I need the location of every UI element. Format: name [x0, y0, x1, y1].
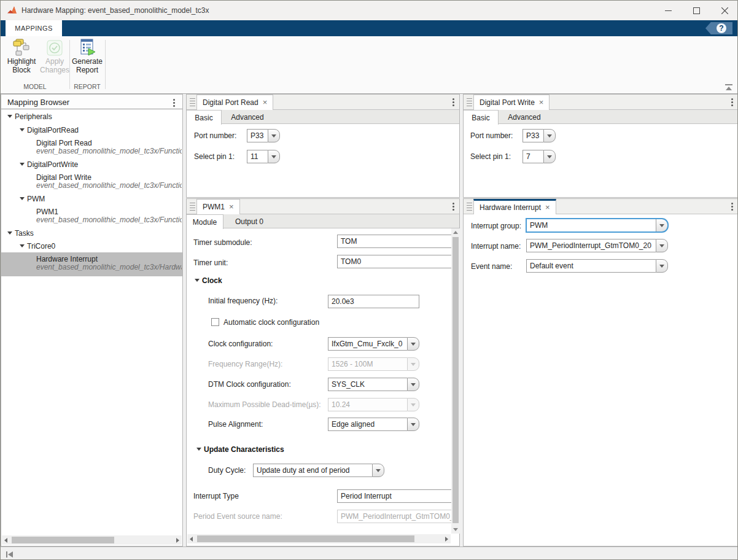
scroll-left-icon[interactable] [190, 537, 193, 542]
port-number-dropdown[interactable]: P33 [247, 129, 280, 142]
duty-cycle-dropdown[interactable]: Update duty at end of period [253, 464, 384, 477]
collapse-arrow-icon[interactable] [20, 163, 25, 166]
dropdown-button[interactable] [656, 259, 668, 273]
close-tab-icon[interactable]: × [539, 99, 544, 106]
port-number-dropdown[interactable]: P33 [522, 129, 556, 142]
panel-menu-icon[interactable] [453, 203, 454, 204]
chevron-down-icon [659, 244, 664, 247]
tab-pwm1[interactable]: PWM1 × [196, 199, 240, 214]
pwm1-horizontal-scrollbar[interactable] [187, 534, 451, 543]
browser-horizontal-scrollbar[interactable] [2, 535, 182, 545]
chevron-down-icon [411, 423, 416, 426]
dropdown-button[interactable] [268, 150, 280, 163]
group-label-model: MODEL [1, 83, 69, 90]
panel-menu-icon[interactable] [453, 98, 454, 100]
collapse-arrow-icon[interactable] [20, 244, 25, 247]
scrollbar-thumb[interactable] [197, 535, 414, 542]
tab-digital-port-write[interactable]: Digital Port Write × [473, 95, 550, 110]
dropdown-button[interactable] [407, 337, 419, 351]
tab-basic[interactable]: Basic [187, 110, 222, 125]
collapse-arrow-icon[interactable] [7, 231, 12, 235]
scroll-left-icon[interactable] [4, 538, 7, 543]
tree-item-digital-port-write[interactable]: Digital Port Write event_based_monolithi… [1, 173, 182, 191]
clock-section-header[interactable]: Clock [202, 276, 222, 285]
auto-clock-checkbox[interactable] [211, 318, 219, 326]
collapse-arrow-icon[interactable] [195, 279, 200, 282]
select-pin-dropdown[interactable]: 7 [522, 150, 556, 163]
dropdown-button[interactable] [656, 239, 668, 252]
hardware-mapping-window: { "window": { "title": "Hardware Mapping… [0, 0, 738, 560]
collapse-toolstrip-button[interactable] [723, 82, 735, 92]
panel-drag-handle-icon[interactable] [190, 203, 195, 211]
interrupt-group-dropdown[interactable]: PWM [526, 219, 668, 232]
tab-mappings[interactable]: MAPPINGS [6, 20, 62, 36]
dropdown-button[interactable] [543, 129, 556, 142]
scroll-right-icon[interactable] [176, 538, 179, 543]
close-tab-icon[interactable]: × [229, 203, 234, 211]
pulse-alignment-dropdown[interactable]: Edge aligned [328, 418, 419, 431]
event-name-dropdown[interactable]: Default event [526, 259, 668, 273]
tab-advanced[interactable]: Advanced [222, 110, 273, 124]
collapse-arrow-icon[interactable] [196, 448, 201, 451]
chevron-down-icon [271, 155, 276, 158]
initial-frequency-input[interactable]: 20.0e3 [328, 295, 419, 308]
tree-item-pwm1[interactable]: PWM1 event_based_monolithic_model_tc3x/F… [1, 208, 182, 225]
scroll-up-icon[interactable] [453, 231, 458, 234]
apply-changes-button[interactable]: Apply Changes [38, 39, 71, 83]
tab-basic[interactable]: Basic [464, 110, 499, 125]
interrupt-name-dropdown[interactable]: PWM_PeriodInterrupt_GtmTOM0_20 [526, 239, 668, 252]
timer-submodule-input[interactable]: TOM [337, 235, 452, 248]
clock-config-dropdown[interactable]: IfxGtm_Cmu_Fxclk_0 [328, 337, 419, 351]
panel-drag-handle-icon[interactable] [190, 98, 195, 106]
panel-menu-icon[interactable] [731, 98, 733, 100]
tree-item-digitalportwrite[interactable]: DigitalPortWrite [1, 160, 182, 171]
tree-item-hardware-interrupt-selected[interactable]: Hardware Interrupt event_based_monolithi… [1, 252, 182, 276]
collapse-arrow-icon[interactable] [20, 197, 25, 200]
dtm-clock-dropdown[interactable]: SYS_CLK [328, 378, 419, 391]
tree-item-tasks[interactable]: Tasks [1, 229, 182, 240]
close-tab-icon[interactable]: × [263, 99, 268, 106]
dock-panel-icon[interactable] [6, 551, 14, 558]
close-tab-icon[interactable]: × [545, 204, 550, 211]
collapse-arrow-icon[interactable] [7, 115, 12, 118]
panel-drag-handle-icon[interactable] [467, 98, 472, 106]
panel-menu-icon[interactable] [173, 99, 175, 101]
dropdown-value: PWM [526, 219, 656, 232]
tab-hardware-interrupt[interactable]: Hardware Interrupt × [473, 199, 556, 214]
timer-unit-input[interactable]: TOM0 [337, 255, 452, 268]
dropdown-button[interactable] [656, 219, 668, 232]
tab-digital-port-read[interactable]: Digital Port Read × [196, 95, 273, 110]
select-pin-dropdown[interactable]: 11 [247, 150, 280, 163]
scrollbar-thumb[interactable] [453, 237, 459, 523]
close-button[interactable] [710, 1, 738, 20]
pwm1-vertical-scrollbar[interactable] [451, 228, 460, 534]
tab-label: PWM1 [203, 203, 225, 211]
scrollbar-thumb[interactable] [12, 537, 114, 543]
generate-report-button[interactable]: Generate Report [71, 39, 104, 83]
tree-item-digitalportread[interactable]: DigitalPortRead [1, 126, 182, 137]
dropdown-button[interactable] [407, 378, 419, 391]
dropdown-button[interactable] [372, 464, 384, 477]
panel-drag-handle-icon[interactable] [467, 203, 472, 211]
dropdown-button[interactable] [268, 129, 280, 142]
title-bar: Hardware Mapping: event_based_monolithic… [1, 1, 738, 20]
tab-advanced[interactable]: Advanced [499, 110, 550, 124]
interrupt-type-input[interactable]: Period Interrupt [337, 489, 452, 503]
dropdown-button[interactable] [407, 418, 419, 431]
tab-module[interactable]: Module [187, 214, 223, 229]
panel-menu-icon[interactable] [731, 203, 733, 204]
help-button[interactable]: ? [705, 22, 732, 34]
minimize-button[interactable] [654, 1, 682, 20]
tree-item-pwm[interactable]: PWM [1, 195, 182, 206]
tab-output0[interactable]: Output 0 [223, 214, 275, 228]
collapse-arrow-icon[interactable] [20, 128, 25, 131]
tree-item-tricore0[interactable]: TriCore0 [1, 242, 182, 253]
tree-item-digital-port-read[interactable]: Digital Port Read event_based_monolithic… [1, 139, 182, 157]
scroll-down-icon[interactable] [453, 528, 458, 531]
maximize-button[interactable] [682, 1, 710, 20]
update-characteristics-section-header[interactable]: Update Characteristics [204, 445, 284, 454]
tree-item-peripherals[interactable]: Peripherals [1, 112, 182, 123]
highlight-block-button[interactable]: Highlight Block [5, 39, 38, 83]
scroll-right-icon[interactable] [445, 537, 448, 542]
dropdown-button[interactable] [543, 150, 556, 163]
